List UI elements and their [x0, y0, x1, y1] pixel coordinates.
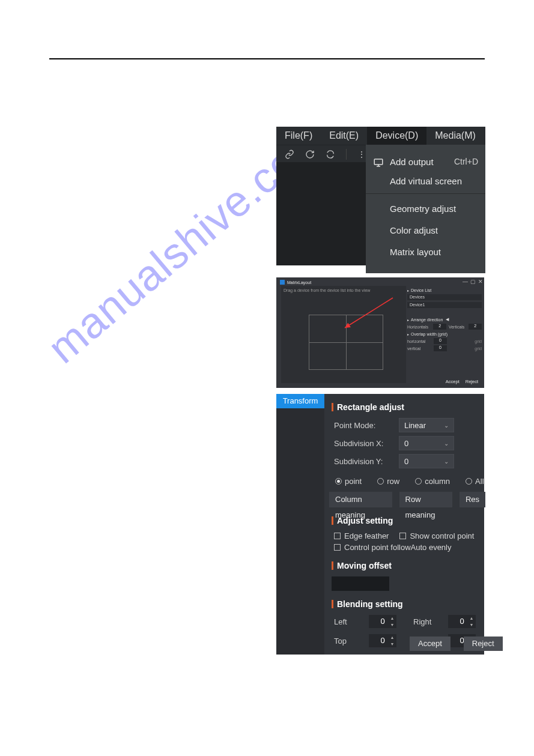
reject-button[interactable]: Reject: [466, 379, 478, 384]
input-blend-top[interactable]: 0▲▼: [369, 634, 396, 647]
menu-item-add-virtual-screen[interactable]: Add virtual screen: [366, 172, 485, 194]
accept-button[interactable]: Accept: [446, 379, 460, 384]
row-subdiv-y: Subdivision Y: 0 ⌄: [334, 454, 484, 468]
close-icon[interactable]: ✕: [478, 279, 483, 285]
matrix-settings-panel: Device List Devices Device1 Arrange dire…: [407, 286, 482, 386]
accept-button[interactable]: Accept: [410, 637, 451, 651]
select-subdiv-y[interactable]: 0 ⌄: [399, 454, 454, 468]
menu-bar: File(F) Edit(E) Device(D) Media(M): [276, 127, 485, 145]
section-arrange: Arrange direction ◀: [407, 317, 482, 322]
window-title: MatrixLayout: [280, 279, 322, 286]
checkbox-show-control-point[interactable]: Show control point: [399, 531, 474, 540]
label-horizontal: horizontal: [407, 339, 431, 343]
menu-edit[interactable]: Edit(E): [321, 127, 367, 145]
menu-item-add-output[interactable]: Add output Ctrl+D: [366, 151, 485, 172]
spinner-down-icon[interactable]: ▼: [388, 621, 396, 628]
moving-offset-input[interactable]: [332, 576, 389, 591]
geometry-adjust-panel: Transform Rectangle adjust Point Mode: L…: [276, 394, 484, 655]
input-horizontal[interactable]: 0: [434, 338, 447, 344]
spinner-down-icon[interactable]: ▼: [467, 621, 476, 628]
section-label: Adjust setting: [337, 516, 393, 525]
field-devices[interactable]: Devices: [407, 294, 482, 300]
label-subdiv-x: Subdivision X:: [334, 439, 392, 448]
label-verticals: Verticals: [449, 325, 466, 329]
row-point-mode: Point Mode: Linear ⌄: [334, 418, 484, 432]
reject-button[interactable]: Reject: [464, 637, 503, 651]
checkbox-edge-feather[interactable]: Edge feather: [334, 531, 389, 540]
checkbox-follow-auto[interactable]: Control point followAuto evenly: [334, 543, 452, 552]
row-meaning-button[interactable]: Row meaning: [399, 492, 452, 507]
section-label: Blending setting: [337, 599, 403, 609]
num-value: 0: [460, 617, 464, 626]
monitor-icon: [373, 157, 384, 166]
menu-item-color-adjust[interactable]: Color adjust: [366, 219, 485, 241]
field-device1[interactable]: Device1: [407, 302, 482, 308]
chevron-down-icon: ⌄: [444, 422, 449, 429]
radio-all[interactable]: All: [466, 477, 484, 486]
input-verticals[interactable]: 2: [469, 324, 482, 330]
radio-label: row: [387, 477, 399, 486]
spinner-up-icon[interactable]: ▲: [467, 615, 476, 621]
input-blend-right[interactable]: 0▲▼: [448, 615, 476, 628]
checkbox-label: Show control point: [410, 531, 474, 540]
menu-item-label: Add output: [390, 157, 454, 167]
input-vertical[interactable]: 0: [434, 345, 447, 351]
num-value: 0: [380, 617, 384, 626]
radio-ring-icon: [466, 478, 472, 485]
section-label: Rectangle adjust: [337, 402, 404, 412]
row-subdiv-x: Subdivision X: 0 ⌄: [334, 436, 484, 450]
select-point-mode[interactable]: Linear ⌄: [399, 418, 454, 432]
input-blend-left[interactable]: 0▲▼: [369, 615, 396, 628]
layout-canvas[interactable]: Drag a device from the device list into …: [281, 286, 406, 383]
spinner-up-icon[interactable]: ▲: [388, 615, 396, 621]
label-point-mode: Point Mode:: [334, 421, 392, 430]
sync-icon[interactable]: [326, 150, 335, 159]
maximize-icon[interactable]: ▢: [470, 279, 476, 285]
matrix-layout-window: MatrixLayout — ▢ ✕ Drag a device from th…: [276, 277, 484, 388]
toolbar-separator: [346, 149, 347, 160]
section-label: Moving offset: [337, 561, 392, 570]
spinner-down-icon[interactable]: ▼: [388, 641, 396, 647]
menu-file[interactable]: File(F): [276, 127, 321, 145]
matrix-buttons: Accept Reject: [446, 379, 478, 384]
layout-grid[interactable]: [309, 315, 383, 370]
checkbox-label: Control point followAuto evenly: [344, 543, 452, 552]
svg-rect-0: [374, 159, 383, 165]
arrange-direction-icon[interactable]: ◀: [446, 317, 449, 322]
radio-label: column: [425, 477, 450, 486]
input-horizontals[interactable]: 2: [433, 324, 446, 330]
menu-item-geometry-adjust[interactable]: Geometry adjust: [366, 198, 485, 219]
reset-button[interactable]: Res: [460, 492, 485, 507]
menu-media[interactable]: Media(M): [426, 127, 484, 145]
checkbox-row-2: Control point followAuto evenly: [334, 543, 484, 552]
device-dropdown: Add output Ctrl+D Add virtual screen Geo…: [366, 145, 485, 273]
accept-reject-buttons: Accept Reject: [410, 637, 503, 651]
checkbox-box-icon: [334, 544, 341, 551]
canvas-area: [276, 162, 366, 265]
label-subdiv-y: Subdivision Y:: [334, 457, 392, 466]
spinner-up-icon[interactable]: ▲: [388, 634, 396, 641]
column-meaning-button[interactable]: Column meaning: [329, 492, 392, 507]
select-subdiv-x[interactable]: 0 ⌄: [399, 436, 454, 450]
menu-device[interactable]: Device(D): [367, 127, 426, 145]
menu-item-label: Matrix layout: [390, 247, 478, 257]
label-right: Right: [413, 617, 440, 626]
tab-transform[interactable]: Transform: [276, 394, 324, 408]
radio-group-mode: point row column All: [335, 477, 484, 486]
menu-item-matrix-layout[interactable]: Matrix layout: [366, 241, 485, 262]
select-value: 0: [404, 457, 408, 466]
label-top: Top: [334, 637, 360, 646]
link-icon[interactable]: [285, 150, 294, 159]
label-vertical: vertical: [407, 346, 431, 351]
refresh-icon[interactable]: [305, 150, 315, 159]
minimize-icon[interactable]: —: [463, 279, 468, 285]
section-rectangle-adjust: Rectangle adjust: [332, 402, 484, 412]
canvas-hint: Drag a device from the device list into …: [284, 288, 370, 292]
radio-point[interactable]: point: [335, 477, 362, 486]
transform-content: Rectangle adjust Point Mode: Linear ⌄ Su…: [324, 394, 484, 655]
radio-column[interactable]: column: [415, 477, 450, 486]
checkbox-row-1: Edge feather Show control point: [334, 531, 484, 540]
menu-item-label: Color adjust: [390, 225, 478, 235]
section-marker-icon: [332, 516, 333, 525]
radio-row[interactable]: row: [377, 477, 399, 486]
